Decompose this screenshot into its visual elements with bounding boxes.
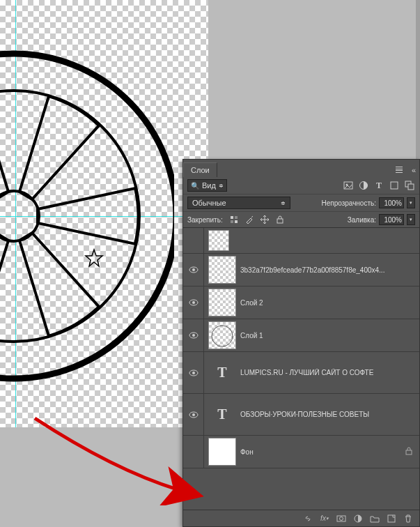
opacity-label: Непрозрачность: <box>321 199 376 207</box>
fill-dropdown-icon[interactable]: ▾ <box>407 214 415 225</box>
layer-name[interactable]: Слой 1 <box>240 332 419 339</box>
svg-rect-13 <box>231 220 233 223</box>
adjustfill-icon[interactable] <box>352 513 364 524</box>
fx-icon[interactable]: fx▾ <box>319 513 330 524</box>
link-icon[interactable] <box>302 513 313 524</box>
svg-point-17 <box>192 268 195 271</box>
blend-mode-select[interactable]: Обычные≑ <box>187 197 290 209</box>
layer-thumb[interactable] <box>208 256 236 284</box>
svg-rect-10 <box>408 184 414 190</box>
layer-thumb[interactable] <box>208 321 236 349</box>
svg-rect-27 <box>406 450 412 455</box>
type-icon[interactable]: T <box>373 180 384 191</box>
visibility-toggle[interactable] <box>183 352 204 393</box>
lock-row: Закрепить: Заливка: 100% ▾ <box>183 211 419 227</box>
artwork-wheel: ШИЙ САЙТ О СОФТЕ ОЛЕЗНЫЕ СОВЕТЫ <box>0 42 174 418</box>
eye-icon <box>189 266 199 273</box>
panel-tabbar: Слои « <box>183 160 419 177</box>
layer-row[interactable]: T LUMPICS.RU - ЛУЧШИЙ САЙТ О СОФТЕ <box>183 352 419 394</box>
eye-icon <box>189 332 199 339</box>
layer-thumb[interactable] <box>208 438 236 466</box>
svg-rect-8 <box>391 182 398 189</box>
filter-kind-label: Вид <box>202 181 216 190</box>
scrollbar-gutter <box>416 0 420 159</box>
eye-icon <box>189 411 199 418</box>
opacity-dropdown-icon[interactable]: ▾ <box>407 197 415 208</box>
canvas-pastearea <box>0 427 208 527</box>
layer-row[interactable]: T ОБЗОРЫ·УРОКИ·ПОЛЕЗНЫЕ СОВЕТЫ <box>183 394 419 436</box>
visibility-toggle[interactable] <box>183 228 204 253</box>
panel-footer: fx▾ <box>183 510 419 526</box>
mask-icon[interactable] <box>336 513 347 524</box>
group-icon[interactable] <box>369 513 380 524</box>
eye-icon <box>189 369 199 376</box>
svg-point-21 <box>192 334 195 337</box>
svg-point-1 <box>0 91 139 342</box>
type-layer-icon: T <box>208 359 236 387</box>
lock-indicator-icon[interactable] <box>403 447 415 457</box>
filter-row: 🔍 Вид ≑ T <box>183 177 419 194</box>
smart-icon[interactable] <box>404 180 415 191</box>
opacity-input[interactable]: 100% <box>379 197 404 208</box>
type-layer-icon: T <box>208 401 236 429</box>
panel-menu-icon[interactable] <box>396 165 407 175</box>
svg-rect-31 <box>388 515 395 522</box>
svg-rect-14 <box>235 220 238 223</box>
layer-row[interactable] <box>183 228 419 254</box>
adjust-icon[interactable] <box>358 180 369 191</box>
layers-panel: Слои « 🔍 Вид ≑ T Обычные≑ Непрозрачность… <box>182 159 420 527</box>
layer-name[interactable]: Слой 2 <box>240 299 419 307</box>
canvas-area[interactable]: ШИЙ САЙТ О СОФТЕ ОЛЕЗНЫЕ СОВЕТЫ <box>0 0 208 436</box>
layer-row[interactable]: Слой 2 <box>183 287 419 319</box>
fill-label: Заливка: <box>348 216 376 224</box>
newlayer-icon[interactable] <box>386 513 397 524</box>
image-icon[interactable] <box>343 180 354 191</box>
blend-mode-value: Обычные <box>192 199 226 207</box>
layer-thumb[interactable] <box>208 230 229 251</box>
visibility-toggle[interactable] <box>183 319 204 351</box>
svg-rect-12 <box>235 216 238 219</box>
fill-input[interactable]: 100% <box>379 214 404 225</box>
layers-list: 3b32a7f2b9efceade77b2a00f8857f8e_400x4..… <box>183 227 419 468</box>
eye-icon <box>189 299 199 306</box>
visibility-toggle[interactable] <box>183 287 204 319</box>
svg-point-19 <box>192 301 195 304</box>
svg-point-29 <box>340 517 343 520</box>
trash-icon[interactable] <box>403 513 414 524</box>
lock-label: Закрепить: <box>187 216 223 224</box>
svg-rect-15 <box>277 219 283 223</box>
svg-rect-11 <box>231 216 233 219</box>
filter-icons: T <box>343 180 415 191</box>
blend-row: Обычные≑ Непрозрачность: 100% ▾ <box>183 194 419 211</box>
panel-collapse-icon[interactable]: « <box>410 166 418 174</box>
visibility-toggle[interactable] <box>183 254 204 286</box>
lock-all-icon[interactable] <box>274 214 286 225</box>
visibility-toggle[interactable] <box>183 436 204 468</box>
svg-point-26 <box>192 413 195 416</box>
lock-position-icon[interactable] <box>259 214 270 225</box>
visibility-toggle[interactable] <box>183 394 204 435</box>
svg-point-22 <box>212 326 233 346</box>
layer-row[interactable]: 3b32a7f2b9efceade77b2a00f8857f8e_400x4..… <box>183 254 419 287</box>
lock-brush-icon[interactable] <box>244 214 255 225</box>
filter-kind-select[interactable]: 🔍 Вид ≑ <box>187 179 227 192</box>
tab-layers[interactable]: Слои <box>183 162 217 177</box>
layer-row[interactable]: Фон <box>183 436 419 468</box>
layer-name[interactable]: Фон <box>240 448 403 456</box>
layer-thumb[interactable] <box>208 289 236 316</box>
svg-point-24 <box>192 372 195 374</box>
lock-pixels-icon[interactable] <box>228 214 240 225</box>
svg-point-0 <box>0 54 174 379</box>
layer-name[interactable]: ОБЗОРЫ·УРОКИ·ПОЛЕЗНЫЕ СОВЕТЫ <box>240 411 419 418</box>
shape-icon[interactable] <box>389 180 400 191</box>
layer-name[interactable]: 3b32a7f2b9efceade77b2a00f8857f8e_400x4..… <box>240 266 419 274</box>
layer-row[interactable]: Слой 1 <box>183 319 419 352</box>
layer-name[interactable]: LUMPICS.RU - ЛУЧШИЙ САЙТ О СОФТЕ <box>240 369 419 376</box>
